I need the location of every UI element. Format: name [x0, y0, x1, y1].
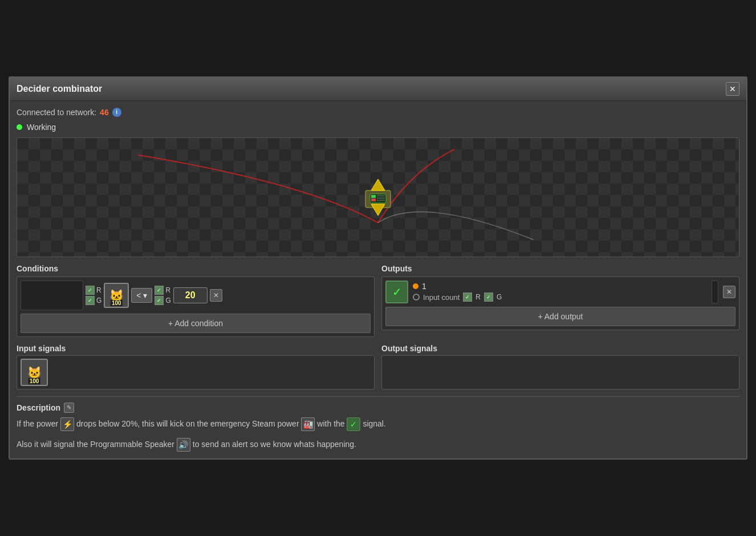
condition-row: ✓ R ✓ G 🐱 100 — [21, 281, 371, 310]
description-edit-button[interactable]: ✎ — [64, 403, 74, 413]
orange-dot — [413, 283, 418, 289]
output-number-row: 1 — [413, 282, 707, 291]
condition-left-placeholder — [21, 281, 83, 310]
svg-rect-7 — [377, 197, 385, 197]
panels-area: Conditions ✓ R ✓ G — [17, 264, 739, 337]
description-text-2: Also it will signal the Programmable Spe… — [17, 438, 739, 452]
output-sub-row: Input count ✓ R ✓ G — [413, 293, 707, 302]
steam-signal-icon: 🏭 — [301, 417, 315, 431]
cb-row-g: ✓ G — [86, 296, 101, 305]
input-signal-icon[interactable]: 🐱 100 — [21, 359, 48, 386]
cb-g-right-label: G — [165, 297, 170, 304]
signal-face-value: 100 — [111, 300, 123, 306]
desc-line2: Also it will signal the Programmable Spe… — [17, 440, 177, 449]
output-r-label: R — [475, 293, 481, 301]
add-output-button[interactable]: + Add output — [385, 307, 735, 326]
conditions-label: Conditions — [17, 264, 375, 273]
svg-marker-2 — [371, 204, 385, 216]
check-signal-icon: ✓ — [347, 417, 360, 431]
status-bar: Working — [17, 123, 739, 132]
checkbox-r-left[interactable]: ✓ — [86, 286, 95, 295]
decider-combinator-window: Decider combinator ✕ Connected to networ… — [9, 76, 747, 460]
input-signal-value: 100 — [29, 378, 40, 384]
combinator-sprite — [360, 179, 396, 216]
status-text: Working — [27, 123, 56, 132]
outputs-panel: Outputs ✓ 1 Input — [381, 264, 739, 337]
preview-area — [17, 137, 739, 257]
svg-rect-6 — [377, 195, 385, 196]
info-icon[interactable]: i — [112, 108, 121, 117]
cb-r-label: R — [96, 286, 101, 294]
input-signals-panel: Input signals 🐱 100 — [17, 344, 375, 389]
window-content: Connected to network: 46 i Working — [10, 101, 746, 459]
compare-value-input[interactable] — [173, 287, 208, 303]
conditions-panel: Conditions ✓ R ✓ G — [17, 264, 375, 337]
add-condition-button[interactable]: + Add condition — [21, 314, 371, 333]
cb-row-r: ✓ R — [86, 286, 101, 295]
svg-rect-8 — [377, 198, 385, 199]
output-g-label: G — [497, 293, 502, 301]
description-text-1: If the power ⚡ drops below 20%, this wil… — [17, 417, 739, 431]
signal-face-icon[interactable]: 🐱 100 — [104, 283, 129, 308]
status-dot — [17, 124, 22, 130]
input-signals-box: 🐱 100 — [17, 355, 375, 389]
desc-line1-pre: If the power — [17, 419, 60, 428]
desc-line1-end: signal. — [363, 419, 385, 428]
speaker-signal-icon: 🔊 — [177, 438, 190, 452]
remove-condition-button[interactable]: ✕ — [210, 289, 222, 302]
operator-button[interactable]: < ▾ — [131, 288, 152, 303]
output-cb-r[interactable]: ✓ — [463, 293, 472, 302]
input-signals-label: Input signals — [17, 344, 375, 353]
output-signals-panel: Output signals — [381, 344, 739, 389]
outputs-label: Outputs — [381, 264, 739, 273]
radio-button[interactable] — [413, 294, 420, 301]
signals-area: Input signals 🐱 100 Output signals — [17, 344, 739, 389]
input-signal-emoji: 🐱 — [27, 366, 42, 379]
output-number-text: 1 — [422, 282, 426, 291]
input-count-label: Input count — [423, 293, 460, 302]
outputs-scrollbar[interactable] — [712, 281, 718, 303]
output-cb-g[interactable]: ✓ — [484, 293, 493, 302]
desc-line1-mid: drops below 20%, this will kick on the e… — [76, 419, 302, 428]
checkbox-g-right[interactable]: ✓ — [155, 296, 164, 305]
network-value: 46 — [100, 108, 109, 117]
desc-line2-end: to send an alert so we know whats happen… — [193, 440, 356, 449]
cb-row-g-right: ✓ G — [155, 296, 170, 305]
output-signals-box — [381, 355, 739, 389]
conditions-box: ✓ R ✓ G 🐱 100 — [17, 277, 375, 337]
output-signals-label: Output signals — [381, 344, 739, 353]
condition-checkboxes: ✓ R ✓ G — [86, 286, 101, 305]
title-bar: Decider combinator ✕ — [10, 78, 746, 101]
output-row: ✓ 1 Input count ✓ R — [385, 281, 735, 303]
close-button[interactable]: ✕ — [726, 82, 739, 96]
description-title: Description — [17, 403, 60, 412]
checkbox-g-left[interactable]: ✓ — [86, 296, 95, 305]
description-header: Description ✎ — [17, 403, 739, 413]
cb-g-label: G — [96, 297, 101, 304]
cb-r-right-label: R — [165, 286, 170, 294]
cb-row-r-right: ✓ R — [155, 286, 170, 295]
window-title: Decider combinator — [17, 84, 102, 94]
output-check-icon[interactable]: ✓ — [385, 281, 408, 303]
output-details: 1 Input count ✓ R ✓ G — [413, 282, 707, 302]
remove-output-button[interactable]: ✕ — [723, 286, 735, 298]
svg-marker-1 — [371, 179, 385, 190]
checkbox-r-right[interactable]: ✓ — [155, 286, 164, 295]
power-signal-icon: ⚡ — [60, 417, 74, 431]
svg-rect-5 — [371, 198, 376, 201]
svg-rect-4 — [371, 195, 376, 198]
outputs-box: ✓ 1 Input count ✓ R — [381, 277, 739, 330]
desc-line1-post: with the — [317, 419, 347, 428]
network-bar: Connected to network: 46 i — [17, 108, 739, 117]
svg-rect-9 — [377, 200, 385, 201]
condition-checkboxes-right: ✓ R ✓ G — [155, 286, 170, 305]
description-section: Description ✎ If the power ⚡ drops below… — [17, 396, 739, 452]
network-label: Connected to network: — [17, 108, 96, 117]
